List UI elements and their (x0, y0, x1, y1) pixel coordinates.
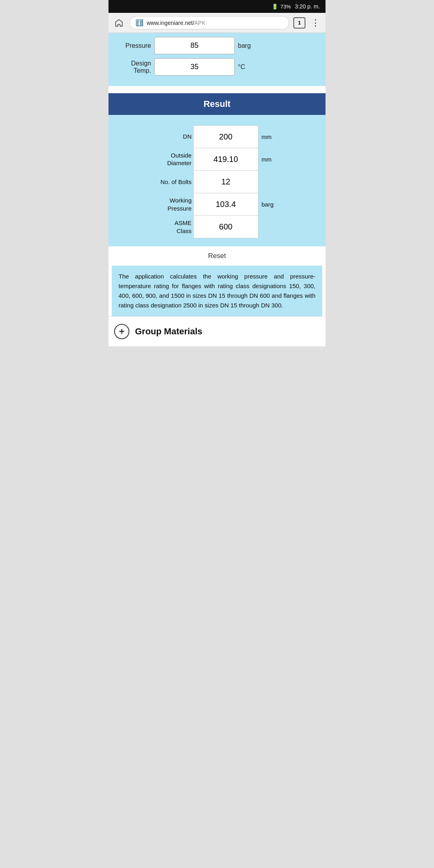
outside-diameter-unit: mm (262, 148, 274, 170)
battery-percent: 73% (280, 4, 291, 10)
page-content: Pressure barg Design Temp. °C Result DN … (108, 33, 326, 346)
results-units-col: mm mm barg (258, 125, 274, 238)
info-icon: ℹ️ (135, 19, 143, 27)
pressure-label: Pressure (115, 42, 151, 49)
results-inner: DN OutsideDiameter No. of Bolts WorkingP… (160, 125, 274, 238)
pressure-row: Pressure barg (115, 37, 319, 54)
pressure-unit: barg (238, 42, 254, 49)
status-bar: 🔋 73% 3:20 p. m. (108, 0, 326, 13)
home-button[interactable] (113, 16, 125, 29)
no-of-bolts-label: No. of Bolts (160, 170, 192, 193)
design-temp-unit: °C (238, 63, 254, 71)
dn-label: DN (160, 125, 192, 148)
working-pressure-value: 103.4 (194, 193, 258, 216)
design-temp-label: Design Temp. (115, 60, 151, 74)
working-pressure-label: WorkingPressure (160, 193, 192, 216)
working-pressure-unit: barg (262, 193, 274, 216)
group-materials-bar[interactable]: + Group Materials (108, 316, 326, 346)
dn-value: 200 (194, 126, 258, 148)
battery-icon: 🔋 (272, 4, 278, 10)
result-header: Result (108, 93, 326, 115)
outside-diameter-label: OutsideDiameter (160, 148, 192, 170)
reset-button[interactable]: Reset (208, 252, 226, 260)
description-text: The application calculates the working p… (112, 266, 322, 316)
results-values-col: 200 419.10 12 103.4 600 (193, 125, 258, 238)
result-section: DN OutsideDiameter No. of Bolts WorkingP… (108, 115, 326, 246)
group-materials-label: Group Materials (135, 326, 202, 337)
browser-bar: ℹ️ www.ingeniare.net/APK 1 ⋮ (108, 13, 326, 33)
no-of-bolts-unit (262, 170, 274, 193)
tab-button[interactable]: 1 (293, 17, 305, 29)
input-section: Pressure barg Design Temp. °C (108, 33, 326, 86)
results-container: DN OutsideDiameter No. of Bolts WorkingP… (115, 125, 319, 238)
asme-class-value: 600 (194, 216, 258, 238)
plus-circle-icon[interactable]: + (114, 324, 129, 339)
design-temp-row: Design Temp. °C (115, 58, 319, 76)
outside-diameter-value: 419.10 (194, 148, 258, 171)
url-text: www.ingeniare.net/APK (147, 20, 205, 26)
asme-class-label: ASMEClass (160, 216, 192, 238)
pressure-input[interactable] (154, 37, 235, 54)
reset-area: Reset (108, 246, 326, 266)
design-temp-input[interactable] (154, 58, 235, 76)
no-of-bolts-value: 12 (194, 171, 258, 193)
asme-class-unit (262, 216, 274, 238)
menu-button[interactable]: ⋮ (309, 18, 321, 28)
time-display: 3:20 p. m. (295, 3, 320, 10)
results-labels-col: DN OutsideDiameter No. of Bolts WorkingP… (160, 125, 193, 238)
dn-unit: mm (262, 125, 274, 148)
url-bar[interactable]: ℹ️ www.ingeniare.net/APK (129, 16, 289, 29)
